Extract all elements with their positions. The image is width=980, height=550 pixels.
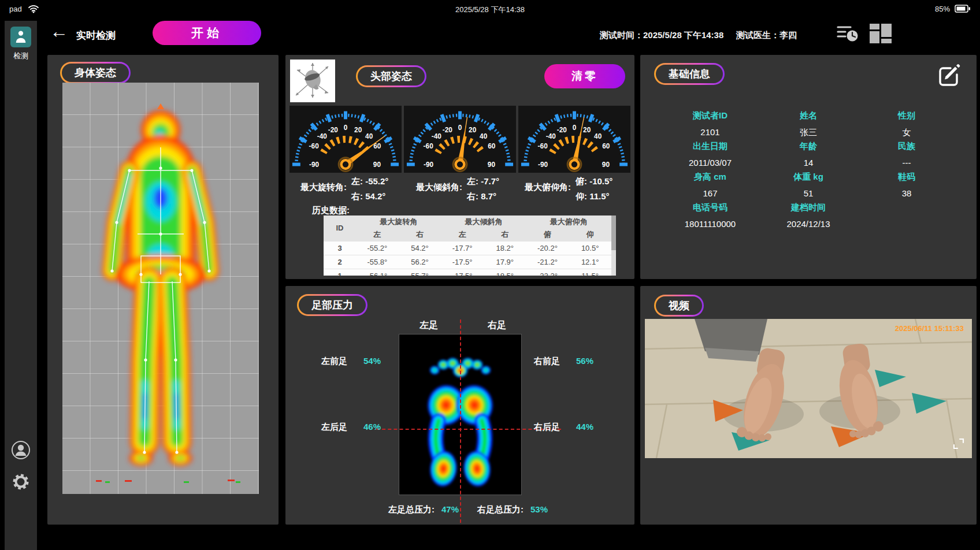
svg-text:-40: -40	[546, 132, 556, 140]
history-cell: 55.7°	[399, 269, 441, 276]
foot-pressure-pill: 足部压力	[297, 294, 368, 316]
history-cell: 18.2°	[484, 241, 526, 255]
crosshair-horizontal	[376, 429, 561, 430]
layout-dashboard-icon[interactable]	[869, 23, 892, 46]
info-field-label: 测试者ID	[661, 110, 759, 121]
foot-pressure-panel: 足部压力 左足 右足	[285, 286, 634, 525]
col-id: ID	[324, 215, 356, 241]
history-row[interactable]: 3-55.2°54.2°-17.7°18.2°-20.2°10.5°	[324, 241, 611, 255]
svg-text:0: 0	[344, 124, 348, 132]
subcol-header: 右	[399, 228, 441, 241]
info-field-label: 性别	[858, 110, 956, 121]
body-thermal-scan	[62, 83, 259, 494]
info-field-value: 18011110000	[661, 219, 759, 229]
clear-button[interactable]: 清零	[544, 64, 625, 88]
info-field-label: 体重 kg	[759, 172, 858, 183]
history-cell: 18.5°	[484, 269, 526, 276]
sidebar: 检测	[5, 21, 37, 550]
metric-right-rearfoot: 右后足44%	[534, 422, 593, 433]
history-cell: 11.5°	[569, 269, 611, 276]
subcol-header: 右	[484, 228, 526, 241]
history-cell: 10.5°	[569, 241, 611, 255]
history-row-id: 1	[324, 269, 356, 276]
info-field: 出生日期2011/03/07	[661, 141, 759, 172]
subcol-header: 俯	[526, 228, 569, 241]
gauge-pitch: -90-60-40-20020406090	[518, 106, 630, 173]
battery-percent: 85%	[935, 5, 950, 13]
gauge-dial: -90-60-40-20020406090	[289, 106, 402, 173]
left-foot-title: 左足	[411, 319, 446, 332]
info-field-value: ---	[858, 158, 956, 168]
svg-text:-90: -90	[309, 161, 320, 169]
svg-text:-90: -90	[424, 161, 434, 169]
info-field: 年龄14	[759, 141, 858, 172]
edit-icon[interactable]	[936, 63, 962, 90]
metric-right-forefoot: 右前足56%	[534, 356, 593, 367]
history-cell: -21.2°	[526, 255, 569, 269]
history-cell: 54.2°	[399, 241, 441, 255]
col-group-rotation: 最大旋转角	[356, 215, 441, 228]
sidebar-item-detect-label: 检测	[5, 51, 37, 61]
sidebar-item-detect[interactable]	[10, 27, 31, 47]
info-field: 姓名张三	[759, 110, 858, 141]
svg-text:90: 90	[602, 161, 610, 169]
info-field-value: 14	[759, 158, 858, 168]
head-posture-panel: 头部姿态 清零 -90-60-40-20020406090 -90-60-40-…	[285, 55, 634, 279]
head-posture-pill: 头部姿态	[356, 65, 426, 87]
page-title: 实时检测	[76, 29, 116, 42]
history-record-icon[interactable]	[837, 24, 859, 45]
info-field: 民族---	[858, 141, 956, 172]
history-cell: -17.7°	[441, 241, 484, 255]
gauge-dial: -90-60-40-20020406090	[518, 106, 630, 173]
test-doctor: 测试医生：李四	[736, 30, 797, 41]
total-right-pressure: 右足总压力:53%	[477, 504, 548, 515]
metric-left-rearfoot: 左后足46%	[321, 422, 381, 433]
history-row-id: 3	[324, 241, 356, 255]
info-field: 测试者ID2101	[661, 110, 759, 141]
stat-max-rotation: 最大旋转角: 左: -55.2°右: 54.2°	[300, 174, 388, 204]
profile-icon[interactable]	[11, 440, 31, 462]
history-cell: -55.8°	[356, 255, 399, 269]
info-field: 身高 cm167	[661, 172, 759, 202]
svg-text:0: 0	[573, 124, 577, 132]
metric-left-forefoot: 左前足54%	[321, 356, 381, 367]
info-field-label: 民族	[858, 141, 956, 152]
fullscreen-icon[interactable]	[952, 437, 965, 452]
video-feed[interactable]: 2025/06/11 15:11:33	[645, 319, 972, 458]
info-field-label: 电话号码	[661, 202, 759, 213]
history-cell: 12.1°	[569, 255, 611, 269]
info-field-value: 51	[759, 188, 858, 198]
info-field-label: 鞋码	[858, 172, 956, 183]
svg-text:60: 60	[602, 142, 610, 150]
info-field: 建档时间2024/12/13	[759, 202, 858, 233]
stat-max-tilt: 最大倾斜角: 左: -7.7°右: 8.7°	[416, 174, 499, 204]
body-posture-pill: 身体姿态	[60, 62, 131, 84]
svg-text:40: 40	[480, 132, 488, 140]
start-button[interactable]: 开始	[153, 21, 261, 45]
table-scrollbar[interactable]	[611, 215, 616, 276]
info-field: 性别女	[858, 110, 956, 141]
back-button[interactable]: ←	[50, 22, 68, 40]
history-row[interactable]: 1-56.1°55.7°-17.5°18.5°-22.2°11.5°	[324, 269, 611, 276]
total-left-pressure: 左足总压力:47%	[388, 504, 459, 515]
svg-text:20: 20	[469, 126, 477, 134]
settings-gear-icon[interactable]	[11, 472, 31, 494]
info-field-value: 2011/03/07	[661, 158, 759, 168]
info-field-value: 女	[858, 127, 956, 138]
history-row[interactable]: 2-55.8°56.2°-17.5°17.9°-21.2°12.1°	[324, 255, 611, 269]
video-panel: 视频	[640, 286, 977, 525]
svg-text:-40: -40	[432, 132, 442, 140]
info-field: 电话号码18011110000	[661, 202, 759, 233]
col-group-pitch: 最大俯仰角	[526, 215, 611, 228]
info-field: 鞋码38	[858, 172, 956, 202]
history-cell: -17.5°	[441, 269, 484, 276]
svg-text:-20: -20	[328, 126, 339, 134]
info-field-label: 年龄	[759, 141, 858, 152]
svg-text:90: 90	[373, 161, 381, 169]
history-row-id: 2	[324, 255, 356, 269]
subcol-header: 左	[441, 228, 484, 241]
history-cell: -17.5°	[441, 255, 484, 269]
info-field-label: 姓名	[759, 110, 858, 121]
history-table[interactable]: ID 最大旋转角 最大倾斜角 最大俯仰角 左右左右俯仰 3-55.2°54.2°…	[324, 215, 616, 276]
stat-max-pitch: 最大俯仰角: 俯: -10.5°仰: 11.5°	[525, 174, 612, 204]
